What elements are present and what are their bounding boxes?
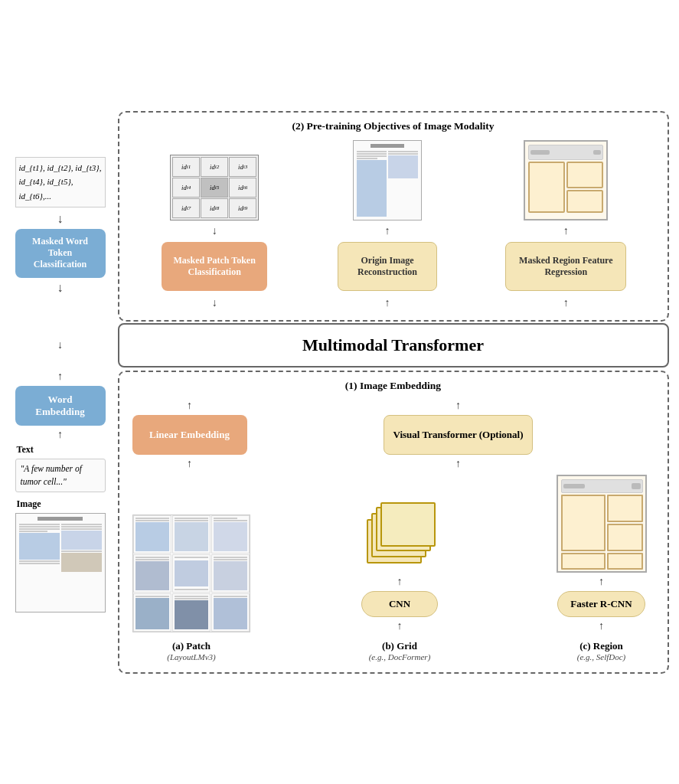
patch-image-grid (132, 514, 250, 632)
id-text: id_{t1}, id_{t2}, id_{t3}, id_{t4}, id_{… (15, 157, 106, 207)
region-vis-bottom (557, 475, 647, 573)
masked-word-box: Masked Word Token Classification (15, 229, 106, 278)
region-label: (c) Region (e.g., SelfDoc) (577, 640, 626, 662)
patch-label: (a) Patch (LayoutLMv3) (167, 640, 216, 662)
masked-patch-box: Masked Patch Token Classification (162, 242, 267, 291)
grid-label: (b) Grid (e.g., DocFormer) (369, 640, 431, 662)
masked-region-box: Masked Region Feature Regression (505, 242, 626, 291)
image-label: Image (17, 498, 41, 510)
visual-transformer-box: Visual Transformer (Optional) (384, 415, 534, 455)
diagram-container: id_{t1}, id_{t2}, id_{t3}, id_{t4}, id_{… (11, 111, 669, 674)
text-quote: "A few number of tumor cell..." (15, 459, 106, 493)
image-embed-title: (1) Image Embedding (129, 380, 658, 392)
region-visual-top (524, 140, 608, 220)
cnn-box: CNN (361, 591, 438, 617)
linear-embedding-box: Linear Embedding (132, 415, 247, 455)
faster-rcnn-box: Faster R-CNN (557, 591, 645, 617)
doc-image-preview (15, 513, 106, 612)
patch-token-grid: idi1 idi2 idi3 idi4 idi5 idi6 idi7 idi8 … (170, 155, 259, 220)
text-label: Text (17, 444, 34, 456)
cnn-stack-visual (365, 502, 434, 570)
pretrain-title: (2) Pre-training Objectives of Image Mod… (129, 120, 658, 132)
transformer-box: Multimodal Transformer (118, 323, 669, 368)
origin-image-box: Origin Image Reconstruction (338, 242, 437, 291)
word-embedding-box: Word Embedding (15, 386, 106, 426)
origin-doc-visual (353, 140, 422, 220)
